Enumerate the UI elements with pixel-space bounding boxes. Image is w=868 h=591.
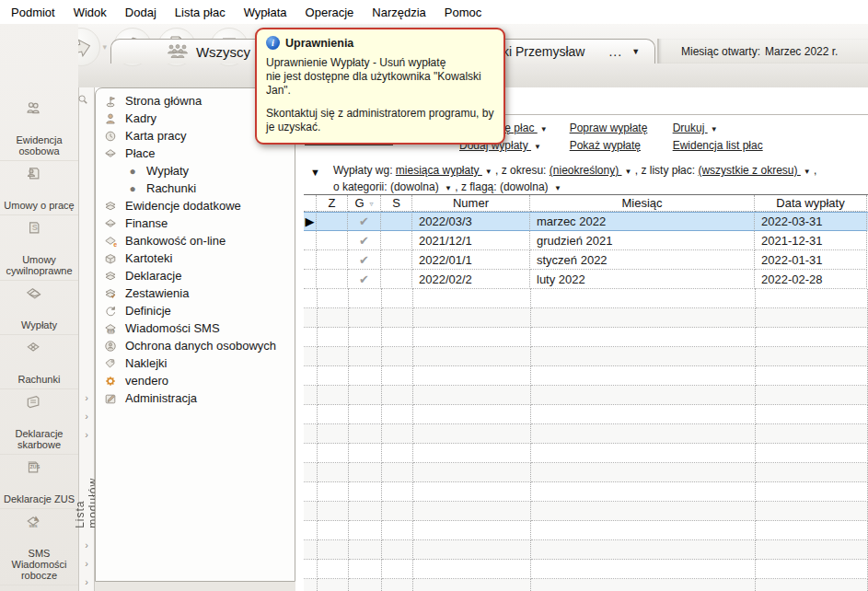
chevron-right-icon[interactable]: › [85, 554, 88, 573]
link-ewidencja-list-płac[interactable]: Ewidencja list płac [673, 139, 763, 152]
table-row[interactable]: ✔2022/01/1styczeń 20222022-01-31 [304, 250, 868, 270]
filter-collapse-button[interactable]: ▼ [310, 167, 320, 196]
filter-line-1: Wypłaty wg: miesiąca wypłaty ▼ , z okres… [333, 163, 817, 180]
empty-cell [413, 308, 531, 328]
module-sidebar: Ewidencja osobowaUmowy o pracęSUmowy cyw… [0, 24, 78, 591]
empty-cell [349, 424, 382, 444]
tree-item-wypłaty[interactable]: ●Wypłaty [96, 162, 295, 180]
menu-lista-p-ac[interactable]: Lista płac [166, 2, 235, 23]
cell-g: ✔ [348, 212, 381, 231]
tree-item-kartoteki[interactable]: Kartoteki [96, 249, 295, 267]
empty-cell [318, 502, 349, 521]
tree-item-vendero[interactable]: vendero [96, 372, 295, 389]
column-header-data-wypłaty[interactable]: Data wypłaty [755, 195, 867, 212]
table-empty-row [304, 444, 868, 463]
search-icon[interactable] [77, 93, 89, 110]
tree-item-naklejki[interactable]: Naklejki [96, 354, 295, 372]
menu-narz-dzia[interactable]: Narzędzia [363, 2, 435, 23]
module-label: Umowy o pracę [4, 200, 74, 211]
doc-person-icon [26, 166, 53, 197]
module-deklaracje-skarbowe[interactable]: Deklaracje skarbowe [0, 389, 78, 455]
tree-item-rachunki[interactable]: ●Rachunki [96, 180, 295, 197]
module-rachunki[interactable]: Rachunki [0, 335, 78, 389]
link-popraw-wypłatę[interactable]: Popraw wypłatę [570, 122, 651, 134]
column-header-miesiąc[interactable]: Miesiąc [530, 195, 755, 212]
menu-operacje[interactable]: Operacje [296, 2, 364, 23]
table-row[interactable]: ✔2021/12/1grudzień 20212021-12-31 [304, 231, 868, 250]
menu-pomoc[interactable]: Pomoc [435, 2, 491, 23]
chevron-right-icon[interactable]: › [85, 573, 88, 591]
chevron-right-icon[interactable]: › [85, 407, 88, 425]
empty-cell [349, 482, 382, 502]
module-umowy-o-pracę[interactable]: Umowy o pracę [0, 161, 78, 215]
empty-cell [382, 424, 413, 444]
empty-cell [382, 386, 413, 405]
svg-text:SMS: SMS [108, 330, 115, 333]
payout-table: ZG▿SNumerMiesiącData wypłaty▶✔2022/03/3m… [304, 194, 868, 591]
module-sms-wiadomości-robocze[interactable]: SMSSMS Wiadomości robocze [0, 509, 78, 585]
info-icon: i [266, 36, 280, 50]
empty-cell [304, 482, 318, 502]
module-label: Wypłaty [21, 319, 57, 330]
empty-cell [318, 308, 349, 328]
table-row[interactable]: ✔2022/02/2luty 20222022-02-28 [304, 270, 868, 289]
table-empty-row [304, 463, 868, 482]
tree-item-finanse[interactable]: Finanse [96, 214, 295, 232]
filter-value-miesiąca-wypłaty[interactable]: miesiąca wypłaty ▼ [396, 164, 492, 177]
filter-value--nieokreślony-[interactable]: (nieokreślony) ▼ [550, 164, 632, 177]
column-header-z[interactable]: Z [317, 195, 348, 212]
chevron-right-icon[interactable]: › [85, 425, 88, 444]
chevron-right-icon[interactable]: › [85, 388, 88, 407]
empty-cell [304, 347, 318, 366]
cell-g: ✔ [348, 250, 381, 270]
link-drukuj[interactable]: Drukuj ▼ [673, 122, 763, 134]
tree-item-label: Kartoteki [125, 251, 172, 265]
gear-icon [104, 375, 119, 388]
sheets-icon [104, 270, 119, 283]
menu-podmiot[interactable]: Podmiot [2, 2, 64, 23]
table-row[interactable]: ▶✔2022/03/3marzec 20222022-03-31 [304, 212, 868, 231]
link-pokaż-wypłatę[interactable]: Pokaż wypłatę [570, 139, 651, 152]
tree-item-zestawienia[interactable]: Zestawienia [96, 284, 295, 302]
filter-value--dowolna-[interactable]: (dowolna) ▼ [390, 180, 452, 193]
cell-s [381, 231, 412, 250]
menu-wyp-ata[interactable]: Wypłata [235, 2, 296, 23]
cell-miesiac: styczeń 2022 [530, 250, 755, 270]
column-header-g[interactable]: G▿ [348, 195, 381, 212]
empty-cell [382, 308, 413, 328]
tree-item-definicje[interactable]: Definicje [96, 302, 295, 319]
chevron-right-icon[interactable]: › [85, 536, 88, 554]
module-deklaracje-zus[interactable]: ZUSDeklaracje ZUS [0, 455, 78, 509]
tree-item-label: Administracja [125, 391, 197, 405]
filter-label: , z flagą: [452, 180, 500, 193]
tree-item-deklaracje[interactable]: Deklaracje [96, 267, 295, 284]
more-button[interactable]: ... [608, 44, 622, 59]
tree-item-ochrona-danych-osobowych[interactable]: Ochrona danych osobowych [96, 337, 295, 354]
chevron-down-icon: ▼ [540, 125, 548, 133]
cell-z [317, 270, 348, 289]
tree-item-label: Ochrona danych osobowych [125, 339, 276, 353]
tree-item-płace[interactable]: Płace [96, 145, 295, 162]
menu-dodaj[interactable]: Dodaj [116, 2, 166, 23]
tree-item-wiadomości-sms[interactable]: SMSWiadomości SMS [96, 319, 295, 337]
cell-miesiac: marzec 2022 [530, 212, 755, 231]
column-header-numer[interactable]: Numer [412, 195, 530, 212]
empty-cell [413, 579, 531, 591]
tree-item-ewidencje-dodatkowe[interactable]: Ewidencje dodatkowe [96, 197, 295, 214]
module-ewidencja-osobowa[interactable]: Ewidencja osobowa [0, 96, 78, 161]
menu-widok[interactable]: Widok [64, 2, 116, 23]
module-wypłaty[interactable]: Wypłaty [0, 281, 78, 335]
column-header-s[interactable]: S [381, 195, 412, 212]
filter-value--wszystkie-z-okresu-[interactable]: (wszystkie z okresu) ▼ [698, 164, 810, 177]
empty-cell [531, 289, 756, 308]
svg-text:e: e [113, 240, 117, 247]
tooltip-line2: nie jest dostępne dla użytkownika "Kowal… [266, 70, 494, 98]
table-empty-row [304, 579, 868, 591]
filter-value--dowolna-[interactable]: (dowolna) ▼ [500, 180, 561, 193]
tree-item-administracja[interactable]: Administracja [96, 389, 295, 407]
chevron-down-icon[interactable]: ▾ [103, 42, 108, 52]
tree-item-bankowość-on-line[interactable]: eBankowość on-line [96, 232, 295, 249]
module-umowy-cywilnoprawne[interactable]: SUmowy cywilnoprawne [0, 215, 78, 281]
empty-cell [304, 502, 318, 521]
chevron-down-icon: ▼ [804, 164, 811, 180]
